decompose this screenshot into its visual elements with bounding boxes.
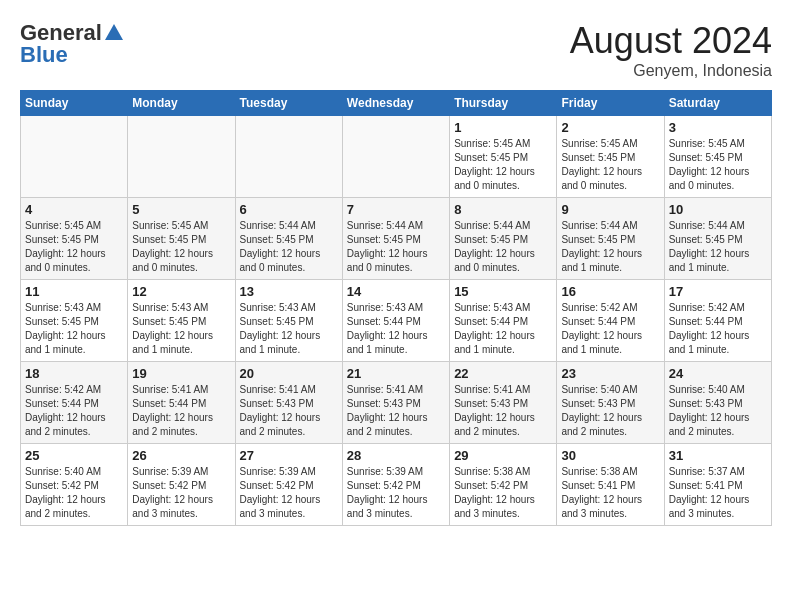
calendar-cell: 5Sunrise: 5:45 AM Sunset: 5:45 PM Daylig… bbox=[128, 198, 235, 280]
day-info: Sunrise: 5:44 AM Sunset: 5:45 PM Dayligh… bbox=[561, 219, 659, 275]
day-info: Sunrise: 5:43 AM Sunset: 5:44 PM Dayligh… bbox=[454, 301, 552, 357]
calendar-cell: 8Sunrise: 5:44 AM Sunset: 5:45 PM Daylig… bbox=[450, 198, 557, 280]
calendar-week-row: 25Sunrise: 5:40 AM Sunset: 5:42 PM Dayli… bbox=[21, 444, 772, 526]
day-info: Sunrise: 5:41 AM Sunset: 5:43 PM Dayligh… bbox=[454, 383, 552, 439]
calendar-cell: 20Sunrise: 5:41 AM Sunset: 5:43 PM Dayli… bbox=[235, 362, 342, 444]
day-number: 22 bbox=[454, 366, 552, 381]
day-number: 11 bbox=[25, 284, 123, 299]
day-info: Sunrise: 5:43 AM Sunset: 5:45 PM Dayligh… bbox=[132, 301, 230, 357]
day-number: 19 bbox=[132, 366, 230, 381]
day-info: Sunrise: 5:44 AM Sunset: 5:45 PM Dayligh… bbox=[454, 219, 552, 275]
calendar-cell: 2Sunrise: 5:45 AM Sunset: 5:45 PM Daylig… bbox=[557, 116, 664, 198]
day-number: 30 bbox=[561, 448, 659, 463]
calendar-cell: 17Sunrise: 5:42 AM Sunset: 5:44 PM Dayli… bbox=[664, 280, 771, 362]
title-block: August 2024 Genyem, Indonesia bbox=[570, 20, 772, 80]
page-header: General Blue August 2024 Genyem, Indones… bbox=[20, 20, 772, 80]
calendar-col-header: Wednesday bbox=[342, 91, 449, 116]
calendar-cell: 22Sunrise: 5:41 AM Sunset: 5:43 PM Dayli… bbox=[450, 362, 557, 444]
day-info: Sunrise: 5:37 AM Sunset: 5:41 PM Dayligh… bbox=[669, 465, 767, 521]
day-number: 8 bbox=[454, 202, 552, 217]
logo-icon bbox=[103, 22, 125, 44]
calendar-cell: 24Sunrise: 5:40 AM Sunset: 5:43 PM Dayli… bbox=[664, 362, 771, 444]
calendar-cell: 1Sunrise: 5:45 AM Sunset: 5:45 PM Daylig… bbox=[450, 116, 557, 198]
day-number: 21 bbox=[347, 366, 445, 381]
day-number: 29 bbox=[454, 448, 552, 463]
day-number: 23 bbox=[561, 366, 659, 381]
day-info: Sunrise: 5:43 AM Sunset: 5:45 PM Dayligh… bbox=[240, 301, 338, 357]
day-number: 28 bbox=[347, 448, 445, 463]
calendar-col-header: Monday bbox=[128, 91, 235, 116]
logo: General Blue bbox=[20, 20, 126, 68]
calendar-cell: 13Sunrise: 5:43 AM Sunset: 5:45 PM Dayli… bbox=[235, 280, 342, 362]
day-number: 7 bbox=[347, 202, 445, 217]
calendar-cell: 14Sunrise: 5:43 AM Sunset: 5:44 PM Dayli… bbox=[342, 280, 449, 362]
calendar-cell: 7Sunrise: 5:44 AM Sunset: 5:45 PM Daylig… bbox=[342, 198, 449, 280]
calendar-cell: 21Sunrise: 5:41 AM Sunset: 5:43 PM Dayli… bbox=[342, 362, 449, 444]
calendar-cell: 3Sunrise: 5:45 AM Sunset: 5:45 PM Daylig… bbox=[664, 116, 771, 198]
day-info: Sunrise: 5:44 AM Sunset: 5:45 PM Dayligh… bbox=[347, 219, 445, 275]
calendar-cell bbox=[235, 116, 342, 198]
svg-marker-0 bbox=[105, 24, 123, 40]
calendar-cell: 9Sunrise: 5:44 AM Sunset: 5:45 PM Daylig… bbox=[557, 198, 664, 280]
day-info: Sunrise: 5:45 AM Sunset: 5:45 PM Dayligh… bbox=[454, 137, 552, 193]
calendar-cell: 18Sunrise: 5:42 AM Sunset: 5:44 PM Dayli… bbox=[21, 362, 128, 444]
calendar-col-header: Thursday bbox=[450, 91, 557, 116]
calendar-cell: 4Sunrise: 5:45 AM Sunset: 5:45 PM Daylig… bbox=[21, 198, 128, 280]
calendar-cell: 29Sunrise: 5:38 AM Sunset: 5:42 PM Dayli… bbox=[450, 444, 557, 526]
day-number: 13 bbox=[240, 284, 338, 299]
day-info: Sunrise: 5:42 AM Sunset: 5:44 PM Dayligh… bbox=[25, 383, 123, 439]
logo-blue: Blue bbox=[20, 42, 68, 68]
day-info: Sunrise: 5:41 AM Sunset: 5:43 PM Dayligh… bbox=[347, 383, 445, 439]
day-info: Sunrise: 5:42 AM Sunset: 5:44 PM Dayligh… bbox=[561, 301, 659, 357]
day-info: Sunrise: 5:43 AM Sunset: 5:44 PM Dayligh… bbox=[347, 301, 445, 357]
day-info: Sunrise: 5:40 AM Sunset: 5:42 PM Dayligh… bbox=[25, 465, 123, 521]
calendar-cell bbox=[342, 116, 449, 198]
day-number: 18 bbox=[25, 366, 123, 381]
day-number: 6 bbox=[240, 202, 338, 217]
day-number: 15 bbox=[454, 284, 552, 299]
calendar-cell: 11Sunrise: 5:43 AM Sunset: 5:45 PM Dayli… bbox=[21, 280, 128, 362]
day-info: Sunrise: 5:43 AM Sunset: 5:45 PM Dayligh… bbox=[25, 301, 123, 357]
calendar-cell: 30Sunrise: 5:38 AM Sunset: 5:41 PM Dayli… bbox=[557, 444, 664, 526]
calendar-col-header: Sunday bbox=[21, 91, 128, 116]
calendar-cell: 27Sunrise: 5:39 AM Sunset: 5:42 PM Dayli… bbox=[235, 444, 342, 526]
day-number: 20 bbox=[240, 366, 338, 381]
day-info: Sunrise: 5:45 AM Sunset: 5:45 PM Dayligh… bbox=[25, 219, 123, 275]
calendar-table: SundayMondayTuesdayWednesdayThursdayFrid… bbox=[20, 90, 772, 526]
day-info: Sunrise: 5:41 AM Sunset: 5:43 PM Dayligh… bbox=[240, 383, 338, 439]
location-title: Genyem, Indonesia bbox=[570, 62, 772, 80]
calendar-col-header: Saturday bbox=[664, 91, 771, 116]
day-number: 3 bbox=[669, 120, 767, 135]
day-info: Sunrise: 5:41 AM Sunset: 5:44 PM Dayligh… bbox=[132, 383, 230, 439]
day-info: Sunrise: 5:44 AM Sunset: 5:45 PM Dayligh… bbox=[669, 219, 767, 275]
calendar-cell: 10Sunrise: 5:44 AM Sunset: 5:45 PM Dayli… bbox=[664, 198, 771, 280]
calendar-header-row: SundayMondayTuesdayWednesdayThursdayFrid… bbox=[21, 91, 772, 116]
calendar-col-header: Tuesday bbox=[235, 91, 342, 116]
day-number: 16 bbox=[561, 284, 659, 299]
day-info: Sunrise: 5:42 AM Sunset: 5:44 PM Dayligh… bbox=[669, 301, 767, 357]
day-info: Sunrise: 5:45 AM Sunset: 5:45 PM Dayligh… bbox=[561, 137, 659, 193]
month-title: August 2024 bbox=[570, 20, 772, 62]
day-number: 25 bbox=[25, 448, 123, 463]
calendar-cell bbox=[128, 116, 235, 198]
day-info: Sunrise: 5:45 AM Sunset: 5:45 PM Dayligh… bbox=[132, 219, 230, 275]
day-number: 17 bbox=[669, 284, 767, 299]
day-number: 5 bbox=[132, 202, 230, 217]
day-info: Sunrise: 5:40 AM Sunset: 5:43 PM Dayligh… bbox=[669, 383, 767, 439]
calendar-cell: 6Sunrise: 5:44 AM Sunset: 5:45 PM Daylig… bbox=[235, 198, 342, 280]
day-number: 12 bbox=[132, 284, 230, 299]
day-number: 14 bbox=[347, 284, 445, 299]
calendar-cell: 12Sunrise: 5:43 AM Sunset: 5:45 PM Dayli… bbox=[128, 280, 235, 362]
day-number: 31 bbox=[669, 448, 767, 463]
calendar-week-row: 4Sunrise: 5:45 AM Sunset: 5:45 PM Daylig… bbox=[21, 198, 772, 280]
calendar-week-row: 18Sunrise: 5:42 AM Sunset: 5:44 PM Dayli… bbox=[21, 362, 772, 444]
calendar-cell: 16Sunrise: 5:42 AM Sunset: 5:44 PM Dayli… bbox=[557, 280, 664, 362]
day-number: 1 bbox=[454, 120, 552, 135]
day-number: 24 bbox=[669, 366, 767, 381]
day-info: Sunrise: 5:38 AM Sunset: 5:41 PM Dayligh… bbox=[561, 465, 659, 521]
calendar-cell: 23Sunrise: 5:40 AM Sunset: 5:43 PM Dayli… bbox=[557, 362, 664, 444]
day-info: Sunrise: 5:44 AM Sunset: 5:45 PM Dayligh… bbox=[240, 219, 338, 275]
day-info: Sunrise: 5:39 AM Sunset: 5:42 PM Dayligh… bbox=[132, 465, 230, 521]
day-number: 2 bbox=[561, 120, 659, 135]
day-info: Sunrise: 5:45 AM Sunset: 5:45 PM Dayligh… bbox=[669, 137, 767, 193]
